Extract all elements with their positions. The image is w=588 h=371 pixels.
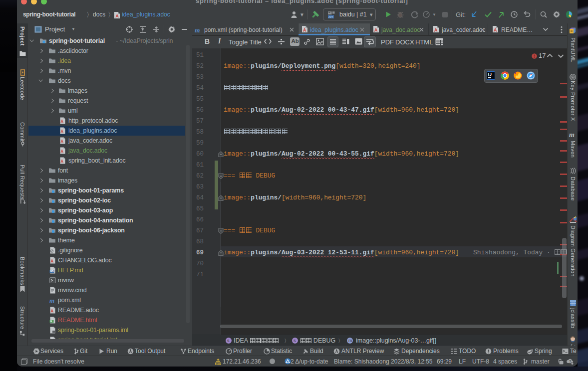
- svg-text:?: ?: [569, 360, 571, 363]
- svg-text:API: API: [328, 15, 333, 18]
- svg-text:m: m: [195, 26, 200, 34]
- svg-text:SFTP: SFTP: [216, 363, 221, 365]
- svg-text:m: m: [49, 297, 54, 304]
- svg-text:MD: MD: [50, 270, 54, 273]
